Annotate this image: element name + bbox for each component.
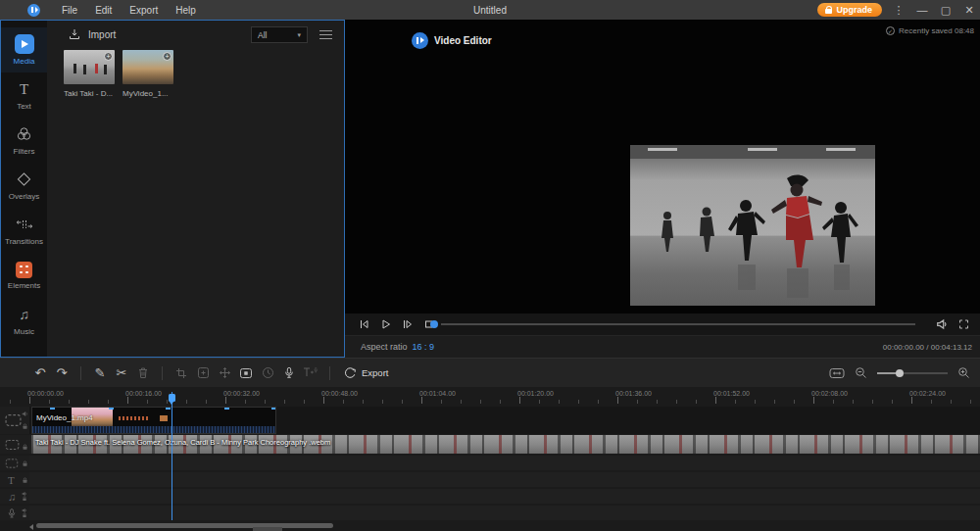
close-button[interactable]: ✕ <box>962 4 976 17</box>
media-filter-select[interactable]: All ▾ <box>251 26 308 43</box>
track-music: ♫ <box>0 489 980 504</box>
film-icon <box>5 439 20 450</box>
menu-edit[interactable]: Edit <box>95 5 112 16</box>
media-item-taki-taki[interactable]: + Taki Taki - D... <box>64 50 115 98</box>
lock-track-icon[interactable] <box>22 444 28 451</box>
lock-track-icon[interactable] <box>22 512 27 518</box>
export-icon <box>344 366 357 379</box>
list-view-icon[interactable] <box>319 30 332 39</box>
track-header-overlay <box>0 456 29 470</box>
mute-track-icon[interactable] <box>22 410 28 417</box>
ruler-tick-label: 00:00:32.00 <box>223 390 260 397</box>
horizontal-scrollbar[interactable] <box>36 523 333 528</box>
toolbar-divider <box>80 366 81 380</box>
timecode-display: 00:00:00.00 / 00:04:13.12 <box>883 343 972 352</box>
menu-export[interactable]: Export <box>129 5 158 16</box>
undo-icon[interactable]: ↶ <box>29 364 51 382</box>
prev-frame-button[interactable] <box>355 317 372 331</box>
minimize-button[interactable]: — <box>915 4 929 16</box>
sidebar-item-overlays[interactable]: Overlays <box>1 163 47 208</box>
edit-icon[interactable]: ✎ <box>89 364 111 382</box>
motion-pan-icon[interactable] <box>214 364 235 382</box>
dance-scene-image <box>630 145 875 306</box>
lock-track-icon[interactable] <box>22 496 27 502</box>
sidebar-item-text[interactable]: T Text <box>1 72 47 118</box>
track-header-music: ♫ <box>0 489 29 504</box>
ruler-tick-label: 00:02:08.00 <box>811 390 848 397</box>
playhead-handle[interactable] <box>169 394 175 402</box>
ruler-tick-label: 00:01:20.00 <box>517 390 554 397</box>
voiceover-mic-icon[interactable] <box>278 364 300 382</box>
sidebar-item-music[interactable]: ♫ Music <box>1 298 47 343</box>
fullscreen-icon[interactable] <box>957 318 970 330</box>
scroll-left-arrow-icon[interactable] <box>29 524 33 530</box>
add-to-timeline-icon[interactable]: + <box>104 52 113 61</box>
export-label: Export <box>362 367 388 378</box>
timeline-zoom-controls <box>829 366 970 379</box>
menu-help[interactable]: Help <box>175 5 196 16</box>
check-icon: ✓ <box>886 26 895 35</box>
play-button[interactable] <box>376 317 394 331</box>
aspect-ratio-value[interactable]: 16 : 9 <box>413 342 435 352</box>
sidebar-item-label: Music <box>14 327 34 336</box>
watermark-label: Video Editor <box>434 35 492 46</box>
split-scissors-icon[interactable]: ✂ <box>111 364 132 382</box>
media-play-icon <box>15 34 34 54</box>
crop-icon[interactable] <box>171 364 192 382</box>
maximize-button[interactable]: ▢ <box>939 4 953 17</box>
sidebar-item-media[interactable]: Media <box>1 27 47 72</box>
import-button[interactable]: Import <box>69 28 116 40</box>
more-menu-icon[interactable]: ⋮ <box>892 4 906 17</box>
volume-icon[interactable] <box>936 318 949 330</box>
next-frame-button[interactable] <box>398 317 416 331</box>
tool-sidebar: Media T Text Filters Overlays <box>1 21 47 357</box>
zoom-slider-handle[interactable] <box>896 369 904 377</box>
text-to-speech-icon[interactable] <box>300 364 321 382</box>
sidebar-item-label: Media <box>14 57 35 66</box>
media-item-myvideo[interactable]: + MyVideo_1... <box>122 50 173 98</box>
video-frame <box>630 145 875 306</box>
clip-thumbnail-text <box>119 416 148 420</box>
fit-timeline-icon[interactable] <box>829 367 845 379</box>
delete-trash-icon[interactable] <box>132 364 154 382</box>
zoom-slider[interactable] <box>877 372 948 374</box>
menu-file[interactable]: File <box>62 5 77 16</box>
timeline: 00:00:00.00 00:00:16.00 00:00:32.00 00:0… <box>0 388 980 531</box>
clip-marker <box>50 408 55 410</box>
sidebar-item-elements[interactable]: Elements <box>1 253 47 298</box>
filters-icon <box>15 124 34 144</box>
clip-taki-taki[interactable]: Taki Taki - DJ Snake ft. Selena Gomez, O… <box>31 435 980 454</box>
recently-saved-status: ✓ Recently saved 08:48 <box>886 26 974 35</box>
sidebar-item-transitions[interactable]: Transitions <box>1 208 47 253</box>
lock-track-icon[interactable] <box>22 423 28 430</box>
track-video-2: Taki Taki - DJ Snake ft. Selena Gomez, O… <box>0 435 980 454</box>
zoom-tool-icon[interactable] <box>192 364 214 382</box>
lock-track-icon[interactable] <box>22 477 28 484</box>
ruler-tick-label: 00:00:16.00 <box>125 390 162 397</box>
media-panel-header: Import All ▾ <box>47 21 344 50</box>
lock-track-icon[interactable] <box>22 460 28 467</box>
zoom-in-icon[interactable] <box>957 366 970 379</box>
track-video-1: MyVideo_1.mp4 <box>0 407 980 434</box>
sidebar-item-filters[interactable]: Filters <box>1 118 47 163</box>
freeze-frame-icon[interactable] <box>235 364 257 382</box>
media-thumbnail: + <box>122 50 173 84</box>
video-editor-app: File Edit Export Help Untitled Upgrade ⋮… <box>0 0 980 531</box>
seek-bar[interactable] <box>441 323 915 325</box>
speed-clock-icon[interactable] <box>257 364 278 382</box>
seek-handle[interactable] <box>430 320 438 328</box>
playhead-line[interactable] <box>172 392 172 520</box>
export-button[interactable]: Export <box>344 366 388 379</box>
film-icon <box>5 414 22 427</box>
upgrade-button[interactable]: Upgrade <box>817 3 882 17</box>
import-label: Import <box>88 29 116 40</box>
preview-canvas[interactable]: Video Editor ✓ Recently saved 08:48 <box>345 20 980 314</box>
track-header-text: T <box>0 472 29 487</box>
redo-icon[interactable]: ↷ <box>51 364 73 382</box>
timeline-ruler[interactable]: 00:00:00.00 00:00:16.00 00:00:32.00 00:0… <box>0 388 980 405</box>
add-to-timeline-icon[interactable]: + <box>163 52 172 61</box>
import-icon <box>69 28 80 40</box>
sidebar-item-label: Transitions <box>5 237 43 246</box>
zoom-out-icon[interactable] <box>855 366 867 379</box>
clip-myvideo[interactable]: MyVideo_1.mp4 <box>31 407 276 434</box>
